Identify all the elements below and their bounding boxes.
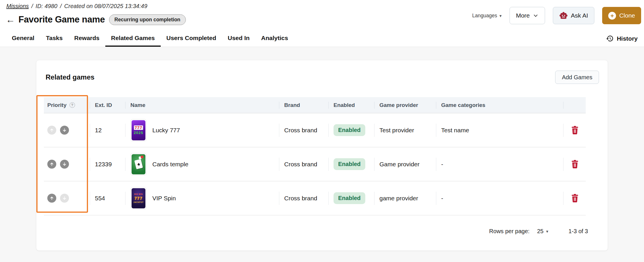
rows-per-page-select[interactable]: 25 ▾ <box>537 228 548 235</box>
clone-button[interactable]: + Clone <box>602 7 641 24</box>
priority-down-button[interactable] <box>60 160 69 169</box>
panel-title: Related games <box>46 73 94 81</box>
game-thumbnail: 7772025 <box>130 119 147 142</box>
breadcrumb-missions-link[interactable]: Missions <box>6 3 29 10</box>
add-games-button[interactable]: Add Games <box>555 71 599 84</box>
actions-cell <box>563 113 586 147</box>
game-name: Cards temple <box>152 161 188 168</box>
game-thumbnail: ♠ <box>130 153 147 176</box>
brand-value: Cross brand <box>284 127 317 134</box>
column-header-actions <box>563 97 586 113</box>
priority-up-button[interactable] <box>47 160 56 169</box>
content-area: Related games Add Games Priority ? Ext. … <box>0 60 644 262</box>
priority-up-button[interactable] <box>47 126 56 135</box>
status-badge: Enabled <box>334 124 365 136</box>
tab-label: Rewards <box>74 35 100 42</box>
tab-label: Tasks <box>46 35 63 42</box>
ext-id-cell: 12 <box>90 113 125 147</box>
name-cell: ♠ Cards temple <box>125 147 279 181</box>
arrow-up-icon <box>49 128 54 133</box>
rows-per-page-value: 25 <box>537 228 543 235</box>
ask-ai-button[interactable]: Ask AI <box>553 7 595 24</box>
column-header-label: Brand <box>284 102 300 108</box>
column-header-name: Name <box>125 97 279 113</box>
enabled-cell: Enabled <box>328 113 374 147</box>
enabled-cell: Enabled <box>328 147 374 181</box>
game-provider-cell: Test provider <box>374 113 436 147</box>
column-header-label: Name <box>130 102 145 108</box>
game-name: VIP Spin <box>152 195 176 202</box>
column-header-label: Game provider <box>379 102 418 108</box>
priority-down-button[interactable] <box>60 194 69 203</box>
name-cell: BIG WIN777JACKPOT VIP Spin <box>125 181 279 215</box>
priority-cell <box>44 147 90 181</box>
tab-tasks[interactable]: Tasks <box>40 30 68 47</box>
delete-button[interactable] <box>570 193 580 203</box>
tab-users-completed[interactable]: Users Completed <box>161 30 222 47</box>
tab-label: Used In <box>228 35 250 42</box>
brand-cell: Cross brand <box>279 181 328 215</box>
provider-value: game provider <box>379 195 418 202</box>
brand-value: Cross brand <box>284 161 317 168</box>
arrow-up-icon <box>49 162 54 167</box>
languages-dropdown[interactable]: Languages ▾ <box>472 13 501 19</box>
chevron-down-icon: ▾ <box>499 14 502 18</box>
table-header-row: Priority ? Ext. ID Name Brand Enabled Ga… <box>44 97 586 113</box>
ext-id-value: 12339 <box>95 161 112 168</box>
priority-cell <box>44 181 90 215</box>
actions-cell <box>563 181 586 215</box>
tab-analytics[interactable]: Analytics <box>255 30 294 47</box>
priority-down-button[interactable] <box>60 126 69 135</box>
more-button-label: More <box>516 12 530 19</box>
tab-related-games[interactable]: Related Games <box>105 30 161 47</box>
history-clock-icon <box>606 35 614 42</box>
help-icon[interactable]: ? <box>70 102 75 108</box>
related-games-table: Priority ? Ext. ID Name Brand Enabled Ga… <box>44 97 586 215</box>
column-header-label: Game categories <box>441 102 485 108</box>
tab-rewards[interactable]: Rewards <box>68 30 105 47</box>
top-bar: Missions / ID: 4980 / Created on 08/07/2… <box>0 0 644 30</box>
tab-label: General <box>12 35 34 42</box>
brand-value: Cross brand <box>284 195 317 202</box>
game-name: Lucky 777 <box>152 127 180 134</box>
arrow-up-icon <box>49 196 54 201</box>
tab-general[interactable]: General <box>6 30 40 47</box>
recurrence-badge: Recurring upon completion <box>109 14 186 25</box>
chevron-down-icon: ▾ <box>546 229 548 233</box>
priority-cell <box>44 113 90 147</box>
back-arrow-icon[interactable]: ← <box>6 15 15 24</box>
tab-label: Related Games <box>111 35 155 42</box>
actions-cell <box>563 147 586 181</box>
related-games-card: Related games Add Games Priority ? Ext. … <box>36 60 608 251</box>
arrow-down-icon <box>62 162 67 167</box>
history-button[interactable]: History <box>606 30 638 47</box>
history-button-label: History <box>617 35 638 42</box>
tab-used-in[interactable]: Used In <box>222 30 255 47</box>
game-thumbnail: BIG WIN777JACKPOT <box>130 187 147 210</box>
column-header-enabled: Enabled <box>328 97 374 113</box>
ext-id-cell: 554 <box>90 181 125 215</box>
column-header-brand: Brand <box>279 97 328 113</box>
provider-value: Test provider <box>379 127 414 134</box>
status-badge: Enabled <box>334 158 365 170</box>
table-row: 12339 ♠ Cards temple Cross brand Enabled… <box>44 147 586 181</box>
missions-detail-page: Missions / ID: 4980 / Created on 08/07/2… <box>0 0 644 262</box>
column-header-game-provider: Game provider <box>374 97 436 113</box>
breadcrumb-id: ID: 4980 <box>35 3 57 10</box>
clone-button-label: Clone <box>619 12 635 19</box>
delete-button[interactable] <box>570 159 580 169</box>
brand-cell: Cross brand <box>279 113 328 147</box>
game-provider-cell: game provider <box>374 181 436 215</box>
pagination-range: 1-3 of 3 <box>568 228 588 235</box>
column-header-label: Enabled <box>334 102 355 108</box>
arrow-down-icon <box>62 128 67 133</box>
delete-button[interactable] <box>570 125 580 135</box>
pagination-bar: Rows per page: 25 ▾ 1-3 of 3 <box>36 215 608 247</box>
card-header: Related games Add Games <box>36 60 608 84</box>
trash-icon <box>571 194 579 202</box>
more-button[interactable]: More <box>510 7 545 24</box>
game-categories-cell: - <box>436 147 563 181</box>
priority-up-button[interactable] <box>47 194 56 203</box>
column-header-priority: Priority ? <box>44 97 90 113</box>
breadcrumb-separator: / <box>31 3 33 10</box>
